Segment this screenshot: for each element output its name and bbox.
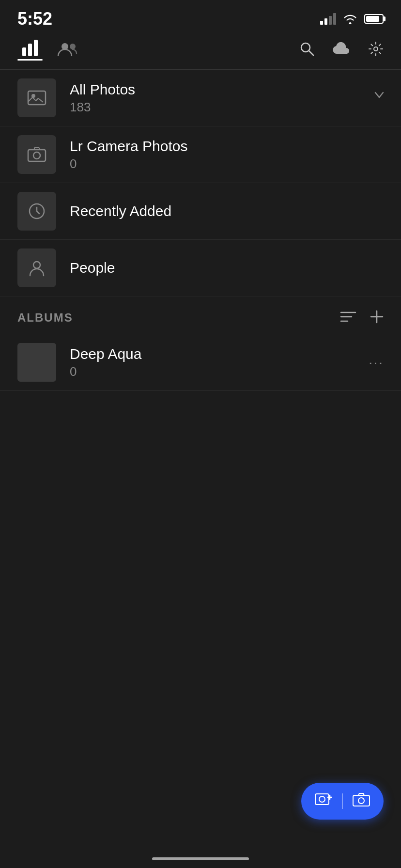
albums-actions <box>340 310 384 326</box>
camera-fab-icon <box>353 792 370 808</box>
chevron-down-icon <box>374 89 384 104</box>
svg-rect-20 <box>353 795 370 806</box>
people-title: People <box>70 260 384 276</box>
lr-camera-count: 0 <box>70 156 384 171</box>
person-icon <box>28 259 46 277</box>
settings-button[interactable] <box>368 41 384 59</box>
sort-icon <box>340 310 356 324</box>
lr-camera-info: Lr Camera Photos 0 <box>70 138 384 171</box>
camera-fab-button[interactable] <box>353 792 370 810</box>
svg-point-4 <box>374 47 378 51</box>
library-icon <box>22 39 38 56</box>
lr-camera-photos-item[interactable]: Lr Camera Photos 0 <box>0 126 401 183</box>
add-icon <box>370 310 384 324</box>
recently-added-thumb <box>17 192 56 231</box>
svg-point-17 <box>319 796 325 802</box>
all-photos-chevron <box>374 89 384 108</box>
camera-icon <box>27 146 46 163</box>
albums-label: ALBUMS <box>17 311 73 325</box>
all-photos-title: All Photos <box>70 81 374 98</box>
people-icon <box>57 41 79 57</box>
all-photos-thumb <box>17 78 56 117</box>
deep-aqua-info: Deep Aqua 0 <box>70 346 369 379</box>
all-photos-item[interactable]: All Photos 183 <box>0 70 401 126</box>
clock-icon <box>28 202 46 220</box>
deep-aqua-more-button[interactable]: ··· <box>369 354 384 371</box>
nav-bar <box>0 34 401 70</box>
albums-sort-button[interactable] <box>340 310 356 326</box>
fab-divider <box>342 793 343 809</box>
home-indicator <box>152 857 249 860</box>
all-photos-count: 183 <box>70 100 374 115</box>
nav-right <box>299 41 384 59</box>
deep-aqua-album-item[interactable]: Deep Aqua 0 ··· <box>0 334 401 391</box>
people-info: People <box>70 260 384 276</box>
svg-line-3 <box>309 51 313 55</box>
albums-header: ALBUMS <box>0 296 401 334</box>
image-icon <box>27 89 46 107</box>
cloud-button[interactable] <box>332 42 351 58</box>
people-tab[interactable] <box>57 41 79 59</box>
wifi-icon <box>343 14 357 24</box>
all-photos-info: All Photos 183 <box>70 81 374 115</box>
svg-point-8 <box>33 152 40 159</box>
fab-container[interactable] <box>301 783 384 820</box>
people-item[interactable]: People <box>0 240 401 296</box>
cloud-icon <box>332 42 351 56</box>
status-time: 5:52 <box>17 9 52 29</box>
svg-rect-5 <box>28 91 46 105</box>
people-thumb <box>17 248 56 287</box>
active-tab-indicator <box>17 59 43 61</box>
svg-point-1 <box>70 44 76 49</box>
add-photo-fab-button[interactable] <box>315 791 332 811</box>
svg-point-21 <box>358 798 364 804</box>
recently-added-title: Recently Added <box>70 203 384 219</box>
lr-camera-thumb <box>17 135 56 174</box>
signal-bars-icon <box>320 13 336 25</box>
albums-add-button[interactable] <box>370 310 384 326</box>
settings-icon <box>368 41 384 57</box>
add-photo-icon <box>315 791 332 809</box>
deep-aqua-thumb <box>17 343 56 382</box>
status-bar: 5:52 <box>0 0 401 34</box>
recently-added-info: Recently Added <box>70 203 384 219</box>
library-tab[interactable] <box>17 39 43 61</box>
battery-icon <box>364 14 384 24</box>
lr-camera-title: Lr Camera Photos <box>70 138 384 155</box>
nav-left <box>17 39 79 61</box>
svg-rect-7 <box>28 150 46 161</box>
recently-added-item[interactable]: Recently Added <box>0 183 401 240</box>
svg-rect-16 <box>315 794 329 805</box>
search-button[interactable] <box>299 41 315 59</box>
svg-point-10 <box>33 262 40 268</box>
status-icons <box>320 13 384 25</box>
deep-aqua-count: 0 <box>70 364 369 379</box>
search-icon <box>299 41 315 57</box>
deep-aqua-title: Deep Aqua <box>70 346 369 362</box>
